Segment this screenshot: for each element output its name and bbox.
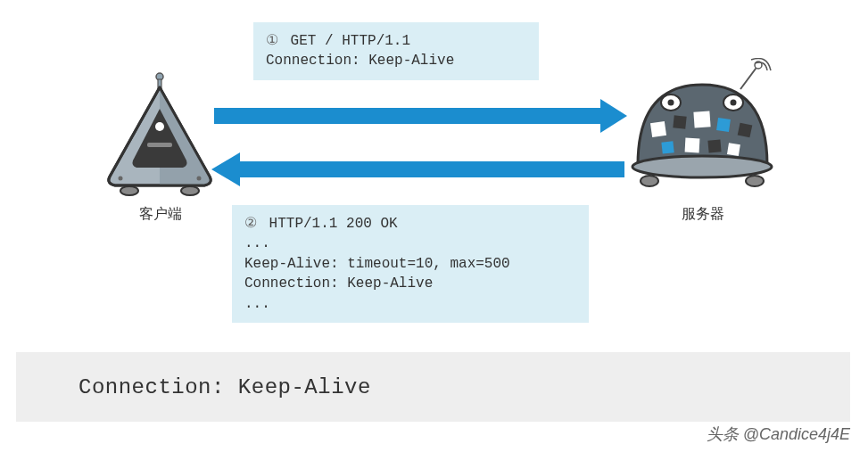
- svg-point-7: [197, 177, 202, 181]
- svg-point-10: [632, 156, 772, 177]
- svg-point-4: [120, 186, 138, 195]
- svg-line-8: [740, 65, 758, 89]
- svg-rect-18: [716, 118, 731, 132]
- http-keep-alive-diagram: 客户端: [0, 0, 868, 339]
- server-figure: 服务器: [624, 58, 781, 224]
- svg-point-24: [641, 176, 658, 186]
- svg-rect-17: [693, 111, 710, 127]
- svg-point-25: [746, 176, 764, 186]
- svg-point-6: [119, 177, 123, 181]
- server-robot-icon: [624, 58, 781, 196]
- svg-rect-3: [147, 143, 172, 147]
- svg-point-5: [181, 186, 199, 195]
- server-label: 服务器: [624, 205, 781, 224]
- code-snippet-text: Connection: Keep-Alive: [79, 375, 371, 399]
- client-figure: 客户端: [98, 71, 223, 224]
- svg-rect-20: [661, 141, 674, 153]
- http-response-box: ② HTTP/1.1 200 OK ... Keep-Alive: timeou…: [232, 205, 589, 323]
- svg-rect-15: [650, 121, 666, 137]
- client-label: 客户端: [98, 205, 223, 224]
- svg-rect-21: [685, 138, 700, 153]
- client-robot-icon: [103, 71, 219, 196]
- http-request-box: ① GET / HTTP/1.1 Connection: Keep-Alive: [253, 22, 539, 80]
- step-2-marker: ②: [244, 216, 257, 232]
- request-text: GET / HTTP/1.1 Connection: Keep-Alive: [266, 33, 454, 69]
- step-1-marker: ①: [266, 33, 278, 49]
- svg-point-12: [668, 100, 674, 106]
- response-arrow-icon: [210, 147, 629, 192]
- code-snippet-bar: Connection: Keep-Alive: [16, 352, 850, 422]
- request-arrow-icon: [210, 94, 629, 138]
- watermark-text: 头条 @Candice4j4E: [707, 423, 850, 445]
- svg-rect-19: [738, 123, 753, 138]
- svg-rect-22: [707, 139, 721, 152]
- svg-rect-23: [727, 143, 740, 156]
- svg-rect-16: [673, 115, 686, 128]
- svg-point-2: [155, 122, 164, 131]
- svg-point-14: [731, 100, 737, 106]
- response-text: HTTP/1.1 200 OK ... Keep-Alive: timeout=…: [244, 216, 510, 312]
